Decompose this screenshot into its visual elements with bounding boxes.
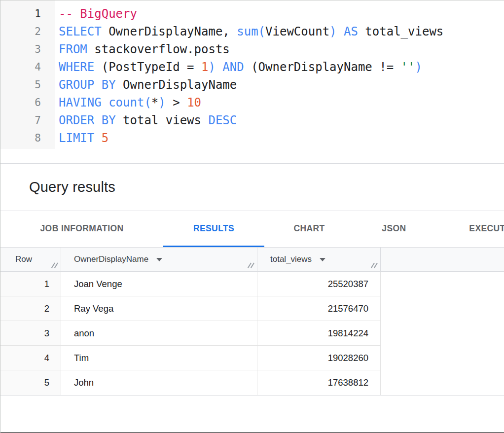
row-number-cell: 1 [0, 272, 61, 296]
column-resize-handle[interactable] [248, 262, 254, 269]
sql-token-id: OwnerDisplayName, [102, 25, 237, 38]
total-views-cell: 17638812 [257, 370, 381, 395]
line-number: 6 [0, 94, 41, 111]
sql-token-str: '' [401, 60, 415, 74]
total-views-cell: 19814224 [257, 321, 381, 345]
line-number-gutter: 12345678 [0, 0, 55, 149]
code-line[interactable]: ORDER BY total_views DESC [59, 111, 504, 129]
sql-token-id: > [166, 96, 187, 109]
row-number-cell: 4 [0, 346, 61, 370]
sql-token-kw: ) [208, 60, 215, 74]
code-line[interactable]: LIMIT 5 [59, 129, 504, 147]
tab-chart[interactable]: CHART [264, 211, 354, 247]
sql-token-comment: -- BigQuery [59, 7, 137, 21]
tab-job-information[interactable]: JOB INFORMATION [0, 211, 163, 247]
owner-name-cell: Ray Vega [61, 296, 257, 321]
column-header-label: Row [15, 254, 32, 264]
sql-editor[interactable]: 12345678 -- BigQuerySELECT OwnerDisplayN… [0, 0, 504, 164]
table-bottom-divider [0, 395, 504, 396]
sql-token-id [337, 25, 344, 38]
line-number: 3 [0, 40, 41, 58]
line-number: 8 [0, 129, 41, 147]
sql-token-id: total_views [358, 25, 443, 38]
sql-token-kw: ) [158, 96, 165, 109]
column-header-ownerdisplayname[interactable]: OwnerDisplayName [61, 248, 257, 271]
code-line[interactable]: WHERE (PostTypeId = 1) AND (OwnerDisplay… [59, 58, 504, 76]
owner-name-cell: anon [61, 321, 257, 345]
code-line[interactable]: HAVING count(*) > 10 [59, 94, 504, 111]
column-header-label: total_views [270, 254, 312, 264]
results-table-body: 1Joan Venge255203872Ray Vega215764703ano… [0, 272, 504, 395]
sql-token-num: 5 [102, 131, 108, 145]
total-views-cell: 19028260 [257, 346, 381, 370]
total-views-cell: 25520387 [257, 272, 381, 296]
sql-token-kw: LIMIT [59, 131, 94, 145]
query-results-title: Query results [29, 179, 115, 195]
code-line[interactable]: SELECT OwnerDisplayName, sum(ViewCount) … [59, 23, 504, 40]
sql-token-id [102, 96, 108, 109]
sql-token-kw: FROM [59, 42, 87, 56]
column-resize-handle[interactable] [51, 262, 58, 269]
caret-down-icon[interactable] [156, 258, 162, 261]
code-line[interactable]: -- BigQuery [59, 5, 504, 23]
table-row: 3anon19814224 [0, 321, 381, 346]
owner-name-cell: Joan Venge [61, 272, 257, 296]
sql-token-id: (OwnerDisplayName != [244, 60, 401, 74]
tab-execution-details[interactable]: EXECUTION DETAILS [434, 211, 504, 247]
tab-results[interactable]: RESULTS [163, 211, 264, 247]
line-number: 2 [0, 23, 41, 40]
table-row: 1Joan Venge25520387 [0, 272, 381, 296]
sql-token-kw: SELECT [59, 25, 102, 38]
query-results-section: Query results [0, 164, 504, 211]
sql-token-id: * [151, 96, 158, 109]
column-header-row[interactable]: Row [0, 248, 61, 271]
owner-name-cell: John [61, 370, 257, 395]
sql-token-kw: count( [108, 96, 151, 109]
row-number-cell: 5 [0, 370, 61, 395]
total-views-cell: 21576470 [257, 296, 381, 321]
column-header-total-views[interactable]: total_views [257, 248, 381, 271]
line-number: 4 [0, 58, 41, 76]
results-tab-bar: JOB INFORMATIONRESULTSCHARTJSONEXECUTION… [0, 211, 504, 247]
sql-token-id: (PostTypeId = [94, 60, 201, 74]
sql-token-kw: WHERE [59, 60, 94, 74]
sql-token-id: OwnerDisplayName [116, 78, 237, 92]
sql-token-num: 10 [187, 96, 201, 109]
table-row: 5John17638812 [0, 370, 381, 395]
sql-token-kw: sum( [237, 25, 265, 38]
code-line[interactable]: FROM stackoverflow.posts [59, 40, 504, 58]
sql-token-id: total_views [116, 113, 209, 127]
sql-code[interactable]: -- BigQuerySELECT OwnerDisplayName, sum(… [55, 0, 504, 147]
sql-token-kw: ) [329, 25, 336, 38]
sql-token-kw: ORDER BY [59, 113, 116, 127]
sql-token-kw: AND [222, 60, 244, 74]
row-number-cell: 2 [0, 296, 61, 321]
sql-token-id: ViewCount [265, 25, 329, 38]
column-header-spacer [381, 248, 504, 271]
sql-token-kw: DESC [208, 113, 237, 127]
owner-name-cell: Tim [61, 346, 257, 370]
sql-token-num: 1 [201, 60, 208, 74]
line-number: 7 [0, 111, 41, 129]
row-number-cell: 3 [0, 321, 61, 345]
sql-token-id: stackoverflow.posts [87, 42, 230, 56]
column-header-label: OwnerDisplayName [74, 254, 148, 264]
code-line[interactable]: GROUP BY OwnerDisplayName [59, 76, 504, 94]
tab-json[interactable]: JSON [354, 211, 434, 247]
line-number: 1 [0, 5, 41, 23]
sql-token-kw: AS [344, 25, 358, 38]
table-row: 2Ray Vega21576470 [0, 296, 381, 321]
sql-token-kw: HAVING [59, 96, 102, 109]
table-row: 4Tim19028260 [0, 346, 381, 370]
sql-token-id [216, 60, 222, 74]
results-table-header: RowOwnerDisplayNametotal_views [0, 247, 504, 272]
bigquery-results-panel: { "editor": { "lines": [ { "num": "1", "… [0, 0, 504, 433]
sql-token-id [94, 131, 101, 145]
line-number: 5 [0, 76, 41, 94]
sql-token-kw: GROUP BY [59, 78, 116, 92]
column-resize-handle[interactable] [371, 262, 378, 269]
sql-token-kw: ) [415, 60, 422, 74]
caret-down-icon[interactable] [320, 258, 325, 261]
